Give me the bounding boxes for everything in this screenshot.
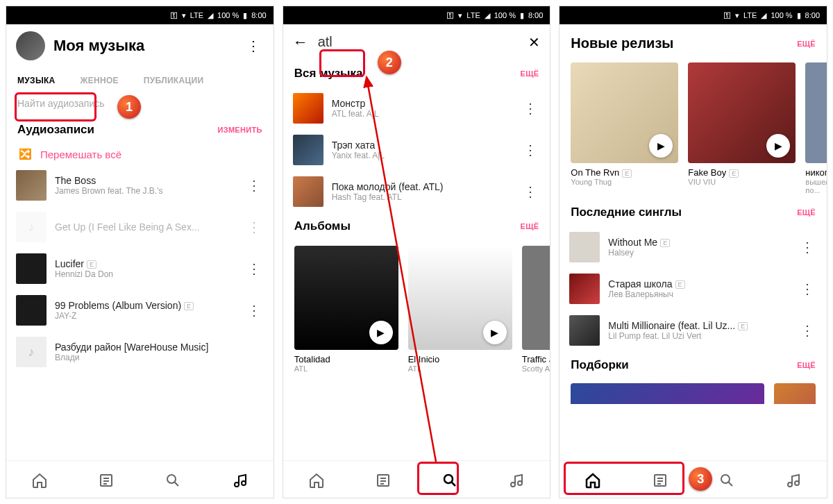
album-card[interactable]: ▶ El Inicio ATL xyxy=(408,246,512,373)
close-icon[interactable]: ✕ xyxy=(528,34,540,51)
more-link[interactable]: ЕЩЁ xyxy=(797,361,816,369)
album-art: ▶ xyxy=(294,246,398,350)
track-more-icon[interactable]: ⋮ xyxy=(244,177,264,194)
collection-art[interactable] xyxy=(774,383,816,404)
play-icon[interactable]: ▶ xyxy=(649,134,673,158)
track-meta: Старая школаE Лев Валерьяныч xyxy=(608,278,789,299)
track-more-icon[interactable]: ⋮ xyxy=(244,260,264,277)
album-carousel[interactable]: ▶ Totalidad ATL ▶ El Inicio ATL Traffic … xyxy=(283,240,550,378)
track-row[interactable]: Трэп хата Yanix feat. A|L ⋮ xyxy=(283,129,550,171)
track-row[interactable]: Старая школаE Лев Валерьяныч ⋮ xyxy=(559,268,827,310)
track-more-icon[interactable]: ⋮ xyxy=(521,183,540,200)
release-card[interactable]: ▶ Fake BoyE VIU VIU xyxy=(688,62,796,194)
svg-point-4 xyxy=(167,475,176,483)
nav-search-icon[interactable] xyxy=(713,470,741,488)
release-artist: VIU VIU xyxy=(688,178,796,186)
track-row[interactable]: The Boss James Brown feat. The J.B.'s ⋮ xyxy=(6,165,274,206)
nav-home-icon[interactable] xyxy=(26,470,53,488)
track-thumb xyxy=(16,253,47,284)
track-meta: Get Up (I Feel Like Being A Sex... xyxy=(55,221,236,233)
tab-downloaded[interactable]: ЖЕННОЕ xyxy=(78,70,121,91)
track-title: Трэп хата xyxy=(332,140,513,151)
release-title: никогда... xyxy=(805,167,827,178)
track-title: Монстр xyxy=(332,98,513,109)
back-icon[interactable]: ← xyxy=(293,33,308,51)
callout-box-2 xyxy=(319,49,365,77)
section-title: Аудиозаписи xyxy=(17,123,94,137)
tab-posts[interactable]: ПУБЛИКАЦИИ xyxy=(141,70,206,91)
track-more-icon[interactable]: ⋮ xyxy=(521,142,540,158)
more-menu-icon[interactable]: ⋮ xyxy=(243,37,264,54)
section-header-collections: Подборки ЕЩЁ xyxy=(559,351,827,379)
track-meta: Without MeE Halsey xyxy=(608,237,789,258)
collection-art[interactable] xyxy=(571,383,764,404)
avatar[interactable] xyxy=(16,31,45,60)
edit-link[interactable]: ИЗМЕНИТЬ xyxy=(217,126,262,134)
more-link[interactable]: ЕЩЁ xyxy=(521,69,539,78)
track-thumb xyxy=(293,135,323,165)
album-card[interactable]: ▶ Totalidad ATL xyxy=(294,246,398,373)
nav-home-icon[interactable] xyxy=(303,470,330,488)
more-link[interactable]: ЕЩЁ xyxy=(797,40,816,48)
track-more-icon[interactable]: ⋮ xyxy=(798,322,817,339)
nav-music-icon[interactable] xyxy=(780,470,807,488)
nav-music-icon[interactable] xyxy=(226,470,254,488)
tab-music[interactable]: МУЗЫКА xyxy=(15,70,58,91)
track-row[interactable]: Without MeE Halsey ⋮ xyxy=(559,226,827,268)
track-title: Multi Millionaire (feat. Lil Uz...E xyxy=(608,320,789,331)
nav-search-icon[interactable] xyxy=(159,470,187,488)
phone-screen-search: ⚿ ▾ LTE ◢ 100 % ▮ 8:00 ← atl ✕ 2 Вся муз… xyxy=(283,6,551,498)
release-title: On The RvnE xyxy=(571,167,678,178)
nav-music-icon[interactable] xyxy=(503,470,530,488)
album-art: ▶ xyxy=(408,246,512,350)
more-link[interactable]: ЕЩЁ xyxy=(797,208,816,217)
signal-icon: ◢ xyxy=(761,11,766,20)
release-title: Fake BoyE xyxy=(688,167,796,178)
release-card[interactable]: ▶ On The RvnE Young Thug xyxy=(571,62,678,194)
release-card[interactable]: никогда... вышел по... xyxy=(805,62,827,194)
album-artist: ATL xyxy=(294,364,398,373)
track-meta: Монстр ATL feat. A|L xyxy=(332,98,513,119)
play-icon[interactable]: ▶ xyxy=(369,321,393,344)
track-more-icon[interactable]: ⋮ xyxy=(798,239,817,255)
page-title: Моя музыка xyxy=(53,37,144,55)
track-thumb xyxy=(569,315,600,346)
album-card[interactable]: Traffic Ja... Scotty ATL xyxy=(522,246,550,373)
more-link[interactable]: ЕЩЁ xyxy=(521,222,539,230)
track-row[interactable]: LuciferE Hennizi Da Don ⋮ xyxy=(6,248,274,289)
release-art: ▶ xyxy=(688,62,796,163)
wifi-icon: ▾ xyxy=(735,11,739,20)
svg-line-5 xyxy=(175,482,179,486)
wifi-icon: ▾ xyxy=(182,11,186,20)
status-bar: ⚿ ▾ LTE ◢ 100 % ▮ 8:00 xyxy=(6,6,274,24)
track-row[interactable]: Монстр ATL feat. A|L ⋮ xyxy=(283,87,550,129)
release-artist: Young Thug xyxy=(571,178,678,186)
track-row[interactable]: ♪ Get Up (I Feel Like Being A Sex... ⋮ xyxy=(6,206,274,248)
track-more-icon[interactable]: ⋮ xyxy=(244,219,264,235)
play-icon[interactable]: ▶ xyxy=(766,134,790,158)
track-row[interactable]: Multi Millionaire (feat. Lil Uz...E Lil … xyxy=(559,310,827,351)
album-title: Totalidad xyxy=(294,354,398,364)
track-artist: ATL feat. A|L xyxy=(332,109,513,119)
nav-list-icon[interactable] xyxy=(92,470,120,488)
section-header-singles: Последние синглы ЕЩЁ xyxy=(559,199,827,226)
play-icon[interactable]: ▶ xyxy=(483,321,507,344)
track-more-icon[interactable]: ⋮ xyxy=(798,280,817,297)
track-row[interactable]: 99 Problems (Album Version)E JAY-Z ⋮ xyxy=(6,289,274,331)
track-more-icon[interactable]: ⋮ xyxy=(521,100,540,117)
shuffle-all-button[interactable]: 🔀 Перемешать всё xyxy=(6,144,274,165)
clock: 8:00 xyxy=(805,11,820,19)
tabs: МУЗЫКА ЖЕННОЕ ПУБЛИКАЦИИ xyxy=(6,67,274,91)
nav-list-icon[interactable] xyxy=(369,470,397,488)
track-more-icon[interactable]: ⋮ xyxy=(244,302,264,319)
callout-badge-1: 1 xyxy=(117,95,141,119)
track-thumb xyxy=(293,176,323,207)
bottom-nav xyxy=(6,460,274,498)
release-carousel[interactable]: ▶ On The RvnE Young Thug ▶ Fake BoyE VIU… xyxy=(559,58,827,199)
signal-icon: ◢ xyxy=(485,11,490,20)
track-row[interactable]: ♪ Разбуди район [WareHouse Music] Влади xyxy=(6,331,274,373)
collection-carousel[interactable] xyxy=(559,379,827,405)
track-artist: Halsey xyxy=(608,248,789,258)
track-thumb xyxy=(16,295,47,326)
track-row[interactable]: Пока молодой (feat. ATL) Hash Tag feat. … xyxy=(283,171,550,212)
